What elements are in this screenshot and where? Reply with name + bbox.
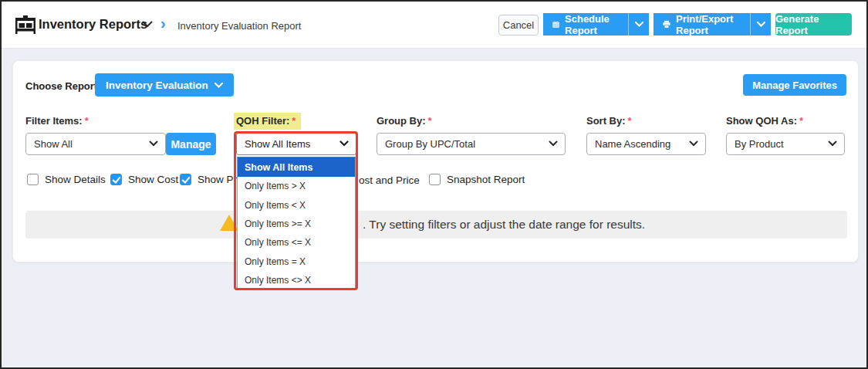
dropdown-option[interactable]: Only Items = X (238, 252, 355, 271)
sort-by-value: Name Ascending (595, 138, 670, 150)
printer-icon (663, 19, 670, 29)
filter-items-select[interactable]: Show All (25, 133, 166, 155)
generate-report-button[interactable]: Generate Report (775, 13, 852, 36)
print-export-caret[interactable] (751, 22, 771, 27)
chevron-down-icon (635, 22, 643, 27)
print-export-report-button[interactable]: Print/Export Report (654, 13, 771, 36)
report-selector-button[interactable]: Inventory Evaluation (95, 73, 234, 96)
top-header: Inventory Reports › Inventory Evaluation… (2, 2, 866, 49)
show-cost-checkbox[interactable]: Show Cost (110, 173, 178, 186)
schedule-report-button[interactable]: Schedule Report (543, 13, 649, 36)
qoh-filter-value: Show All Items (245, 138, 310, 150)
chevron-down-icon (149, 140, 158, 147)
manage-favorites-button[interactable]: Manage Favorites (743, 74, 846, 96)
chevron-down-icon (339, 140, 349, 147)
show-qoh-as-value: By Product (735, 138, 784, 150)
chevron-down-icon (689, 140, 698, 147)
dropdown-option[interactable]: Only Items <> X (238, 271, 355, 289)
filter-items-value: Show All (34, 138, 73, 150)
dropdown-option-selected[interactable]: Show All Items (238, 157, 355, 177)
manage-filter-button[interactable]: Manage (166, 133, 216, 155)
qoh-filter-label: QOH Filter:* (234, 113, 301, 130)
group-by-value: Group By UPC/Total (385, 138, 475, 150)
qoh-filter-select[interactable]: Show All Items (236, 133, 356, 155)
chevron-down-icon (757, 22, 765, 27)
warning-triangle-icon (220, 215, 238, 231)
dropdown-option[interactable]: Only Items > X (238, 177, 355, 195)
dropdown-option[interactable]: Only Items <= X (238, 233, 355, 252)
show-qoh-as-label: Show QOH As:* (726, 115, 803, 127)
page-title: Inventory Reports (39, 17, 147, 32)
chevron-down-icon (828, 140, 837, 147)
title-chevron-down-icon[interactable] (142, 21, 153, 28)
occluded-checkbox-label-fragment: ost and Price (359, 174, 420, 186)
print-export-report-label: Print/Export Report (676, 13, 742, 36)
show-qoh-as-select[interactable]: By Product (726, 133, 845, 155)
choose-report-label: Choose Report (25, 80, 97, 92)
show-details-checkbox[interactable]: Show Details (27, 173, 106, 186)
schedule-report-caret[interactable] (629, 22, 649, 27)
qoh-filter-dropdown-list: Show All Items Only Items > X Only Items… (237, 157, 356, 290)
filter-items-label: Filter Items:* (25, 115, 89, 127)
calendar-icon (552, 19, 559, 29)
dropdown-option[interactable]: Only Items >= X (238, 215, 355, 233)
checkbox-checked-icon (110, 174, 122, 185)
sort-by-label: Sort By:* (586, 115, 632, 127)
snapshot-report-label: Snapshot Report (447, 174, 525, 185)
app-root: { "header": { "title": "Inventory Report… (0, 0, 868, 369)
report-config-card: Choose Report Inventory Evaluation Manag… (12, 60, 859, 262)
checkbox-unchecked-icon (429, 174, 441, 185)
schedule-report-label: Schedule Report (565, 13, 620, 36)
checkbox-unchecked-icon (27, 174, 39, 185)
warning-message: . Try setting filters or adjust the date… (363, 211, 645, 239)
cancel-button[interactable]: Cancel (498, 15, 539, 36)
show-details-label: Show Details (45, 174, 106, 185)
group-by-select[interactable]: Group By UPC/Total (377, 133, 566, 155)
no-results-warning-bar: . Try setting filters or adjust the date… (25, 211, 847, 239)
chevron-down-icon (214, 83, 223, 88)
chevron-down-icon (549, 140, 558, 147)
breadcrumb: Inventory Evaluation Report (177, 20, 301, 32)
show-cost-label: Show Cost (128, 174, 178, 185)
dropdown-option[interactable]: Only Items < X (238, 195, 355, 214)
checkbox-checked-icon (180, 174, 191, 185)
snapshot-report-checkbox[interactable]: Snapshot Report (429, 173, 525, 186)
sort-by-select[interactable]: Name Ascending (586, 133, 706, 155)
group-by-label: Group By:* (377, 115, 432, 127)
breadcrumb-chevron-right-icon: › (160, 15, 166, 32)
report-selector-label: Inventory Evaluation (106, 80, 208, 91)
inventory-shelf-icon (15, 15, 35, 34)
